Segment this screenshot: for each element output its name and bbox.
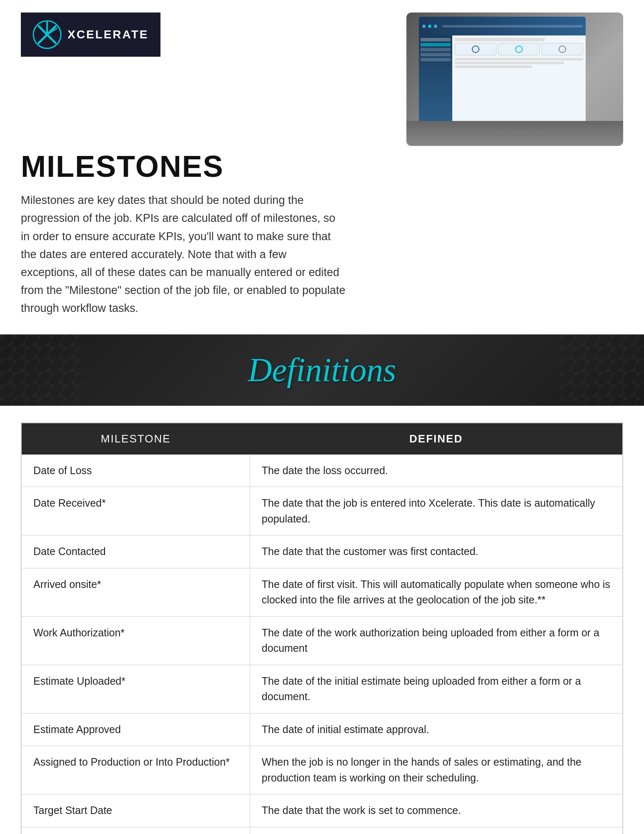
milestone-cell: Work Authorization*	[21, 616, 250, 665]
logo-text: XCELERATE	[68, 28, 149, 41]
page-description: Milestones are key dates that should be …	[21, 191, 346, 317]
defined-cell: The date of the work authorization being…	[250, 616, 623, 665]
table-body: Date of LossThe date the loss occurred.D…	[21, 455, 623, 834]
table-header-row: MILESTONE DEFINED	[21, 423, 623, 455]
title-section: MILESTONES Milestones are key dates that…	[0, 150, 644, 326]
milestone-cell: Date of Loss	[21, 455, 250, 487]
table-row: Work Authorization*The date of the work …	[21, 616, 623, 665]
xcelerate-logo-icon	[33, 20, 62, 49]
table-container: MILESTONE DEFINED Date of LossThe date t…	[0, 414, 644, 834]
defined-cell: The date the loss occurred.	[250, 455, 623, 487]
milestone-cell: Assigned to Production or Into Productio…	[21, 746, 250, 794]
table-row: Date Received*The date that the job is e…	[21, 487, 623, 535]
milestone-cell: Date Contacted	[21, 535, 250, 568]
definitions-title: Definitions	[248, 352, 396, 388]
table-row: Date of LossThe date the loss occurred.	[21, 455, 623, 487]
milestones-table: MILESTONE DEFINED Date of LossThe date t…	[21, 422, 623, 834]
table-row: Estimate Uploaded*The date of the initia…	[21, 665, 623, 713]
table-row: Arrived onsite*The date of first visit. …	[21, 568, 623, 616]
page-title: MILESTONES	[21, 150, 623, 183]
defined-cell: The date of first visit. This will autom…	[250, 568, 623, 616]
milestone-cell: Estimate Uploaded*	[21, 665, 250, 713]
col-milestone-header: MILESTONE	[21, 423, 250, 455]
definitions-banner: Definitions	[0, 334, 644, 406]
milestone-cell: Arrived onsite*	[21, 568, 250, 616]
laptop-image	[406, 13, 623, 146]
defined-cell: When the job is no longer in the hands o…	[250, 746, 623, 794]
milestone-cell: Target Start Date	[21, 794, 250, 827]
table-row: Date ContactedThe date that the customer…	[21, 535, 623, 568]
defined-cell: The date of the initial estimate being u…	[250, 665, 623, 713]
header: XCELERATE	[0, 0, 644, 150]
table-row: Assigned to Production or Into Productio…	[21, 746, 623, 794]
defined-cell: The actual date of work commencement.	[250, 827, 623, 834]
milestone-cell: Start Date	[21, 827, 250, 834]
milestone-cell: Date Received*	[21, 487, 250, 535]
table-row: Target Start DateThe date that the work …	[21, 794, 623, 827]
defined-cell: The date that the work is set to commenc…	[250, 794, 623, 827]
defined-cell: The date of initial estimate approval.	[250, 713, 623, 746]
milestone-cell: Estimate Approved	[21, 713, 250, 746]
defined-cell: The date that the job is entered into Xc…	[250, 487, 623, 535]
table-row: Start DateThe actual date of work commen…	[21, 827, 623, 834]
defined-cell: The date that the customer was first con…	[250, 535, 623, 568]
table-row: Estimate ApprovedThe date of initial est…	[21, 713, 623, 746]
col-defined-header: DEFINED	[250, 423, 623, 455]
logo-area: XCELERATE	[21, 13, 160, 57]
